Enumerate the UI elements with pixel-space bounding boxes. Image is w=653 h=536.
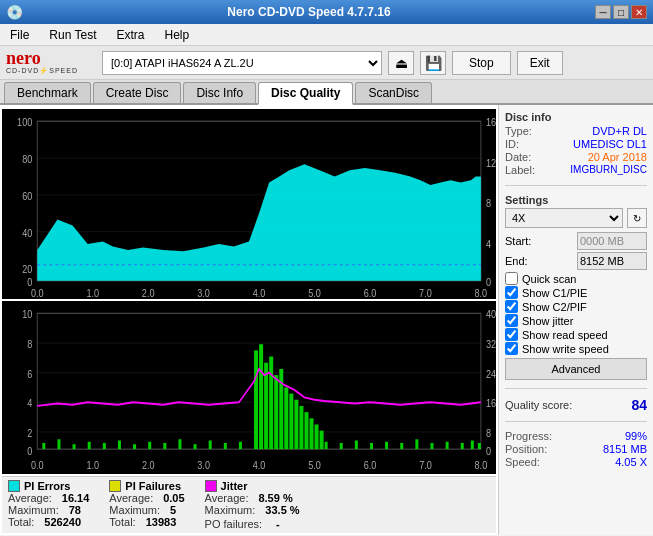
svg-rect-54 [289,394,293,450]
start-label: Start: [505,235,531,247]
tab-disc-info[interactable]: Disc Info [183,82,256,103]
pi-failures-avg-value: 0.05 [163,492,184,504]
svg-rect-68 [430,443,433,449]
disc-label-label: Label: [505,164,535,176]
svg-text:8: 8 [486,427,491,439]
svg-text:24: 24 [486,368,496,380]
end-row: End: [505,252,647,270]
read-speed-checkbox[interactable] [505,328,518,341]
read-speed-row: Show read speed [505,328,647,341]
svg-rect-56 [299,406,303,449]
pi-errors-max-value: 78 [69,504,81,516]
bottom-stats: PI Errors Average: 16.14 Maximum: 78 Tot… [2,476,496,533]
maximize-button[interactable]: □ [613,5,629,19]
svg-text:2.0: 2.0 [142,459,155,471]
minimize-button[interactable]: ─ [595,5,611,19]
c1pie-checkbox[interactable] [505,286,518,299]
refresh-button[interactable]: ↻ [627,208,647,228]
jitter-header: Jitter [205,480,300,492]
settings-section: Settings 4X ↻ Start: End: Quick scan [505,194,647,380]
menu-extra[interactable]: Extra [110,26,150,44]
pi-failures-group: PI Failures Average: 0.05 Maximum: 5 Tot… [109,480,184,530]
pi-errors-max-label: Maximum: [8,504,59,516]
svg-text:0: 0 [486,446,491,458]
start-input[interactable] [577,232,647,250]
menu-file[interactable]: File [4,26,35,44]
pi-errors-avg-label: Average: [8,492,52,504]
disc-id-row: ID: UMEDISC DL1 [505,138,647,150]
quality-score-section: Quality score: 84 [505,397,647,413]
svg-text:5.0: 5.0 [308,287,321,299]
position-row: Position: 8151 MB [505,443,647,455]
svg-rect-45 [224,443,227,449]
tab-create-disc[interactable]: Create Disc [93,82,182,103]
pi-errors-avg: Average: 16.14 [8,492,89,504]
title-bar-icon: 💿 [6,4,23,20]
svg-text:0.0: 0.0 [31,459,44,471]
jitter-group: Jitter Average: 8.59 % Maximum: 33.5 % P… [205,480,300,530]
svg-rect-70 [461,443,464,449]
jitter-max-value: 33.5 % [265,504,299,516]
save-icon-button[interactable]: 💾 [420,51,446,75]
svg-text:6.0: 6.0 [364,287,377,299]
upper-chart: 100 80 60 40 20 0 16 12 8 4 0 0.0 1.0 2.… [2,109,496,299]
svg-text:1.0: 1.0 [86,287,99,299]
progress-row: Progress: 99% [505,430,647,442]
menu-run-test[interactable]: Run Test [43,26,102,44]
svg-rect-48 [259,344,263,449]
quality-score-value: 84 [631,397,647,413]
advanced-button[interactable]: Advanced [505,358,647,380]
progress-value: 99% [625,430,647,442]
exit-button[interactable]: Exit [517,51,563,75]
pi-errors-max: Maximum: 78 [8,504,89,516]
svg-text:6.0: 6.0 [364,459,377,471]
quick-scan-checkbox[interactable] [505,272,518,285]
close-button[interactable]: ✕ [631,5,647,19]
svg-rect-42 [178,439,181,449]
tab-scandisc[interactable]: ScanDisc [355,82,432,103]
pi-errors-avg-value: 16.14 [62,492,90,504]
svg-text:40: 40 [22,227,32,239]
svg-text:3.0: 3.0 [197,459,210,471]
svg-text:4.0: 4.0 [253,287,266,299]
svg-rect-35 [73,444,76,449]
speed-selector[interactable]: 4X [505,208,623,228]
pi-errors-header: PI Errors [8,480,89,492]
svg-rect-41 [163,443,166,449]
svg-rect-39 [133,444,136,449]
jitter-avg: Average: 8.59 % [205,492,300,504]
svg-rect-46 [239,442,242,449]
svg-text:1.0: 1.0 [86,459,99,471]
svg-rect-37 [103,443,106,449]
svg-text:2: 2 [27,427,32,439]
speed-row-progress: Speed: 4.05 X [505,456,647,468]
stop-button[interactable]: Stop [452,51,511,75]
toolbar: nero CD-DVD⚡SPEED [0:0] ATAPI iHAS624 A … [0,46,653,80]
quick-scan-row: Quick scan [505,272,647,285]
svg-text:8.0: 8.0 [475,287,488,299]
title-bar-title: Nero CD-DVD Speed 4.7.7.16 [23,5,595,19]
pi-failures-max-value: 5 [170,504,176,516]
pi-failures-max: Maximum: 5 [109,504,184,516]
svg-rect-40 [148,442,151,449]
svg-text:12: 12 [486,157,496,169]
divider-3 [505,421,647,422]
right-panel: Disc info Type: DVD+R DL ID: UMEDISC DL1… [498,105,653,535]
write-speed-checkbox[interactable] [505,342,518,355]
c2pif-checkbox[interactable] [505,300,518,313]
jitter-checkbox-label: Show jitter [522,315,573,327]
eject-icon-button[interactable]: ⏏ [388,51,414,75]
drive-selector[interactable]: [0:0] ATAPI iHAS624 A ZL.2U [102,51,382,75]
pi-failures-max-label: Maximum: [109,504,160,516]
svg-rect-71 [471,441,474,450]
jitter-checkbox[interactable] [505,314,518,327]
svg-text:0.0: 0.0 [31,287,44,299]
end-input[interactable] [577,252,647,270]
tab-benchmark[interactable]: Benchmark [4,82,91,103]
pi-failures-avg-label: Average: [109,492,153,504]
write-speed-row: Show write speed [505,342,647,355]
svg-text:4: 4 [27,397,32,409]
menu-help[interactable]: Help [159,26,196,44]
disc-date-row: Date: 20 Apr 2018 [505,151,647,163]
tab-disc-quality[interactable]: Disc Quality [258,82,353,105]
